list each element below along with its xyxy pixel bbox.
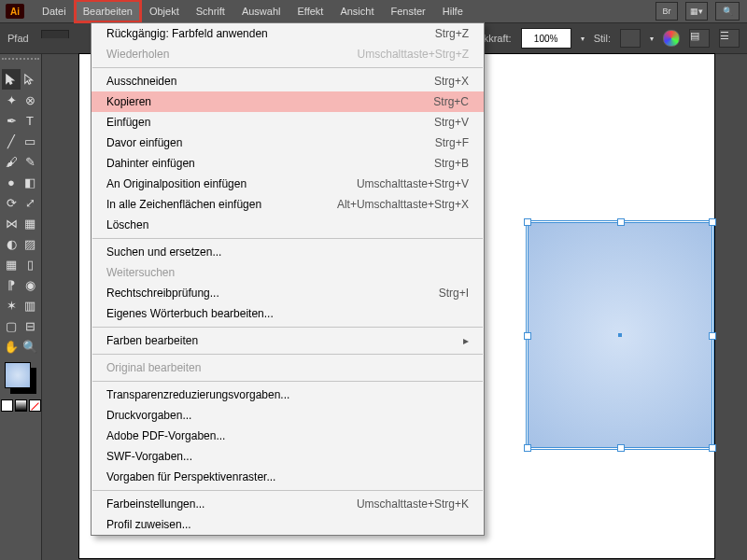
selected-rectangle-object[interactable]	[528, 222, 712, 448]
menuitem-paste-all-artboards[interactable]: In alle Zeichenflächen einfügenAlt+Umsch…	[92, 194, 484, 215]
tool-graph[interactable]: ▥	[21, 295, 39, 315]
menu-separator	[92, 327, 483, 328]
document-tab[interactable]	[41, 30, 69, 38]
menuitem-paste-original[interactable]: An Originalposition einfügenUmschalttast…	[92, 174, 484, 194]
selection-type-label: Pfad	[7, 33, 29, 44]
edit-menu-dropdown: Rückgängig: Farbfeld anwendenStrg+Z Wied…	[91, 22, 485, 536]
tool-line[interactable]: ╱	[2, 131, 21, 151]
menu-separator	[92, 381, 483, 382]
app-logo: Ai	[6, 4, 24, 19]
tool-perspective[interactable]: ▨	[21, 233, 39, 254]
menuitem-cut[interactable]: AusschneidenStrg+X	[92, 71, 484, 91]
tool-direct-selection[interactable]	[21, 69, 39, 90]
tool-hand[interactable]: ✋	[2, 336, 21, 357]
menuitem-assign-profile[interactable]: Profil zuweisen...	[92, 514, 484, 535]
menu-auswahl[interactable]: Auswahl	[233, 0, 289, 22]
menu-separator	[92, 238, 483, 239]
tool-rotate[interactable]: ⟳	[2, 192, 21, 213]
menu-ansicht[interactable]: Ansicht	[331, 0, 382, 22]
menuitem-paste-front[interactable]: Davor einfügenStrg+F	[92, 133, 484, 153]
tool-scale[interactable]: ⤢	[21, 192, 39, 213]
tool-type[interactable]: T	[21, 110, 39, 131]
menu-datei[interactable]: Datei	[34, 0, 75, 22]
tool-paintbrush[interactable]: 🖌	[2, 151, 21, 172]
tool-magic-wand[interactable]: ✦	[2, 90, 21, 110]
tool-rectangle[interactable]: ▭	[21, 131, 39, 151]
tool-shape-builder[interactable]: ◐	[2, 233, 21, 254]
menuitem-find-next: Weitersuchen	[92, 262, 484, 283]
menuitem-perspective-presets[interactable]: Vorgaben für Perspektivenraster...	[92, 467, 484, 487]
menu-bearbeiten[interactable]: Bearbeiten	[75, 0, 141, 22]
tool-free-transform[interactable]: ▦	[21, 213, 39, 233]
tool-pen[interactable]: ✒	[2, 110, 21, 131]
tools-panel: ✦⊗ ✒T ╱▭ 🖌✎ ●◧ ⟳⤢ ⋈▦ ◐▨ ▦▯ ⁋◉ ✶▥ ▢⊟ ✋🔍	[0, 54, 42, 560]
menubar: Ai Datei Bearbeiten Objekt Schrift Auswa…	[0, 0, 747, 22]
menu-objekt[interactable]: Objekt	[141, 0, 188, 22]
menuitem-paste-back[interactable]: Dahinter einfügenStrg+B	[92, 153, 484, 174]
tool-artboard[interactable]: ▢	[2, 315, 21, 336]
menuitem-custom-dictionary[interactable]: Eigenes Wörterbuch bearbeiten...	[92, 303, 484, 324]
align-button[interactable]: ▤	[689, 29, 710, 48]
menuitem-transparency-presets[interactable]: Transparenzreduzierungsvorgaben...	[92, 385, 484, 405]
style-swatch[interactable]	[620, 29, 641, 48]
menu-schrift[interactable]: Schrift	[188, 0, 233, 22]
menuitem-redo: WiederholenUmschalttaste+Strg+Z	[92, 44, 484, 64]
menu-separator	[92, 67, 483, 68]
bridge-button[interactable]: Br	[655, 2, 678, 21]
color-mode-icon[interactable]	[1, 399, 13, 412]
menuitem-pdf-presets[interactable]: Adobe PDF-Vorgaben...	[92, 426, 484, 446]
fill-stroke-swatch[interactable]	[5, 362, 36, 394]
transform-button[interactable]: ☰	[719, 29, 740, 48]
menuitem-find-replace[interactable]: Suchen und ersetzen...	[92, 242, 484, 262]
none-mode-icon[interactable]	[29, 399, 41, 412]
menu-hilfe[interactable]: Hilfe	[434, 0, 472, 22]
menuitem-swf-presets[interactable]: SWF-Vorgaben...	[92, 446, 484, 467]
tool-slice[interactable]: ⊟	[21, 315, 39, 336]
menuitem-copy[interactable]: KopierenStrg+C	[92, 91, 484, 112]
menuitem-paste[interactable]: EinfügenStrg+V	[92, 112, 484, 133]
tool-lasso[interactable]: ⊗	[21, 90, 39, 110]
menuitem-edit-original: Original bearbeiten	[92, 357, 484, 378]
tool-blend[interactable]: ◉	[21, 274, 39, 295]
tool-symbol-sprayer[interactable]: ✶	[2, 295, 21, 315]
menuitem-undo[interactable]: Rückgängig: Farbfeld anwendenStrg+Z	[92, 23, 484, 44]
tool-mesh[interactable]: ▦	[2, 254, 21, 274]
tool-gradient[interactable]: ▯	[21, 254, 39, 274]
gradient-mode-icon[interactable]	[15, 399, 27, 412]
opacity-input[interactable]	[521, 28, 571, 49]
style-label: Stil:	[594, 33, 611, 44]
menu-fenster[interactable]: Fenster	[382, 0, 433, 22]
menu-effekt[interactable]: Effekt	[289, 0, 331, 22]
tool-zoom[interactable]: 🔍	[21, 336, 39, 357]
tool-blob-brush[interactable]: ●	[2, 172, 21, 192]
menu-separator	[92, 490, 483, 491]
menuitem-print-presets[interactable]: Druckvorgaben...	[92, 405, 484, 426]
menuitem-spellcheck[interactable]: Rechtschreibprüfung...Strg+I	[92, 283, 484, 303]
panel-grip-icon[interactable]	[2, 58, 39, 67]
search-button[interactable]: 🔍	[715, 2, 740, 21]
tool-eraser[interactable]: ◧	[21, 172, 39, 192]
menuitem-color-settings[interactable]: Farbeinstellungen...Umschalttaste+Strg+K	[92, 494, 484, 514]
tool-width[interactable]: ⋈	[2, 213, 21, 233]
tool-selection[interactable]	[2, 69, 21, 90]
menuitem-delete[interactable]: Löschen	[92, 215, 484, 235]
tool-eyedropper[interactable]: ⁋	[2, 274, 21, 295]
menu-separator	[92, 354, 483, 355]
tool-pencil[interactable]: ✎	[21, 151, 39, 172]
menuitem-edit-colors[interactable]: Farben bearbeiten	[92, 330, 484, 351]
recolor-icon[interactable]	[663, 30, 680, 47]
arrange-documents-button[interactable]: ▦▾	[685, 2, 708, 21]
